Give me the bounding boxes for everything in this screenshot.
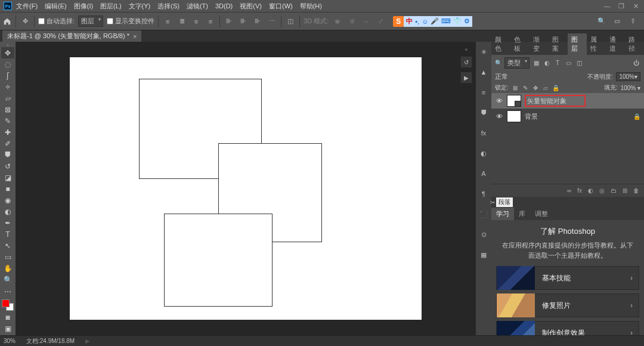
tool-gradient[interactable]: ■	[1, 184, 14, 195]
window-minimize[interactable]: —	[602, 2, 612, 10]
measurement-panel-icon[interactable]: ▦	[478, 249, 489, 260]
menu-filter[interactable]: 滤镜(T)	[184, 1, 211, 12]
layer-thumbnail[interactable]	[507, 95, 521, 107]
tool-shape[interactable]: ▭	[1, 252, 14, 263]
layer-fx-icon[interactable]: fx	[577, 187, 582, 194]
home-icon[interactable]	[2, 17, 12, 26]
layer-name[interactable]: 背景	[525, 112, 538, 121]
distribute-more-icon[interactable]: ⋯	[267, 16, 277, 27]
filter-pixel-icon[interactable]: ▦	[532, 59, 540, 67]
canvas-area[interactable]: « ↺ ▶	[16, 42, 476, 335]
new-layer-icon[interactable]: ⊞	[623, 187, 627, 194]
learn-card-creative[interactable]: 制作创意效果 ›	[496, 321, 639, 335]
learn-card-basics[interactable]: 基本技能 ›	[496, 266, 639, 290]
overlap-icon[interactable]: ◫	[285, 16, 296, 27]
delete-layer-icon[interactable]: 🗑	[633, 187, 639, 194]
tab-layers[interactable]: 图层	[568, 33, 587, 55]
filter-type-icon[interactable]: T	[553, 59, 562, 67]
tool-dodge[interactable]: ◐	[1, 206, 14, 218]
menu-window[interactable]: 窗口(W)	[266, 1, 296, 12]
workspace-icon[interactable]: ▭	[612, 16, 623, 27]
3d-slide-icon[interactable]: ↔	[361, 16, 371, 27]
clone-panel-icon[interactable]: ⛊	[478, 107, 489, 118]
learn-card-retouch[interactable]: 修复照片 ›	[496, 294, 639, 317]
ime-punct-icon[interactable]: •,	[415, 18, 419, 25]
layer-visibility-icon[interactable]: 👁	[495, 97, 503, 104]
tool-edit-toolbar[interactable]: ⋯	[1, 286, 14, 297]
history-panel-icon[interactable]: ↺	[460, 56, 472, 68]
3d-panel-icon[interactable]: ⬛	[478, 209, 489, 220]
tab-patterns[interactable]: 图案	[549, 33, 568, 55]
tab-paths[interactable]: 路径	[625, 33, 644, 55]
status-zoom[interactable]: 30%	[4, 338, 16, 344]
adjustment-layer-icon[interactable]: ◎	[599, 187, 605, 194]
layer-name[interactable]: 矢量智能对象	[527, 97, 566, 106]
lock-artboard-icon[interactable]: ✥	[532, 84, 539, 91]
ime-keyboard-icon[interactable]: ⌨	[441, 17, 451, 25]
lock-all-icon[interactable]: 🔒	[552, 84, 559, 91]
ime-skin-icon[interactable]: 👕	[453, 17, 462, 25]
layer-item[interactable]: 👁 背景 🔒	[491, 109, 644, 124]
tool-path-select[interactable]: ↖	[1, 240, 14, 252]
align-top-icon[interactable]: ≡	[205, 16, 216, 27]
share-icon[interactable]: ⇧	[627, 16, 638, 27]
actions-panel-icon[interactable]: ▶	[460, 72, 472, 84]
move-tool-icon[interactable]: ✥	[20, 16, 30, 27]
align-left-icon[interactable]: ≡	[162, 16, 173, 27]
screen-mode-icon[interactable]: ▣	[1, 323, 14, 334]
ime-emoji-icon[interactable]: ☺	[422, 18, 428, 25]
window-close[interactable]: ✕	[631, 2, 640, 10]
tool-marquee[interactable]: ◌	[1, 58, 14, 70]
tab-adjustments[interactable]: 调整	[530, 208, 553, 220]
layer-filter-kind-dropdown[interactable]: 类型	[504, 57, 530, 69]
menu-view[interactable]: 视图(V)	[237, 1, 265, 12]
window-maximize[interactable]: ❐	[617, 2, 626, 10]
align-right-icon[interactable]: ≡	[191, 16, 202, 27]
menu-3d[interactable]: 3D(D)	[212, 1, 236, 11]
brushes-panel-icon[interactable]: ✳	[478, 47, 489, 57]
tool-healing[interactable]: ✚	[1, 126, 14, 138]
tool-blur[interactable]: ◉	[1, 195, 14, 206]
tab-color[interactable]: 颜色	[491, 33, 510, 55]
collapse-dots-icon[interactable]: «	[460, 47, 472, 52]
align-center-h-icon[interactable]: ≣	[177, 16, 187, 27]
tool-brush[interactable]: ✐	[1, 138, 14, 149]
toolbox-expand-icon[interactable]: »	[7, 43, 9, 47]
tool-history-brush[interactable]: ↺	[1, 160, 14, 172]
3d-orbit-icon[interactable]: ◉	[332, 16, 343, 27]
fill-field[interactable]: 100% ▾	[621, 85, 640, 91]
paragraph-panel-icon[interactable]: ¶	[478, 189, 489, 199]
styles-panel-icon[interactable]: fx	[478, 128, 489, 138]
quick-mask-icon[interactable]: ◙	[1, 311, 14, 323]
blend-mode-dropdown[interactable]: 正常	[495, 72, 531, 81]
search-icon[interactable]: 🔍	[596, 16, 607, 27]
show-transform-checkbox[interactable]: 显示变换控件	[107, 17, 154, 26]
timeline-panel-icon[interactable]: ⊙	[478, 229, 489, 240]
distribute-spacing-icon[interactable]: ⊪	[252, 16, 263, 27]
auto-select-checkbox[interactable]: 自动选择:	[38, 17, 75, 26]
tool-stamp[interactable]: ⛊	[1, 149, 14, 160]
layer-group-icon[interactable]: 🗀	[611, 187, 617, 194]
tool-zoom[interactable]: 🔍	[1, 274, 14, 286]
adjustments-panel-icon[interactable]: ◐	[478, 148, 489, 159]
layer-thumbnail[interactable]	[507, 110, 521, 122]
paragraph-flyout[interactable]: ✂ 段落	[491, 197, 644, 208]
opacity-field[interactable]: 100% ▾	[616, 72, 640, 81]
tool-move[interactable]: ✥	[1, 47, 14, 58]
menu-edit[interactable]: 编辑(E)	[42, 1, 70, 12]
tab-gradients[interactable]: 渐变	[530, 33, 549, 55]
menu-image[interactable]: 图像(I)	[71, 1, 96, 12]
status-arrow-icon[interactable]: ▶	[85, 338, 90, 344]
tool-frame[interactable]: ⊠	[1, 104, 14, 115]
filter-smart-icon[interactable]: ◫	[575, 59, 583, 67]
3d-scale-icon[interactable]: ⤢	[375, 16, 386, 27]
layer-mask-icon[interactable]: ◐	[588, 187, 593, 194]
distribute-h-icon[interactable]: ⊪	[224, 16, 234, 27]
filter-shape-icon[interactable]: ▭	[564, 59, 572, 67]
document-tab[interactable]: 未标题-1 @ 30% (矢量智能对象, RGB/8) * ×	[2, 30, 141, 42]
menu-help[interactable]: 帮助(H)	[297, 1, 325, 12]
info-panel-icon[interactable]: ≡	[478, 87, 489, 98]
character-panel-icon[interactable]: A	[478, 168, 489, 179]
tool-pen[interactable]: ✒	[1, 218, 14, 229]
menu-layer[interactable]: 图层(L)	[97, 1, 124, 12]
